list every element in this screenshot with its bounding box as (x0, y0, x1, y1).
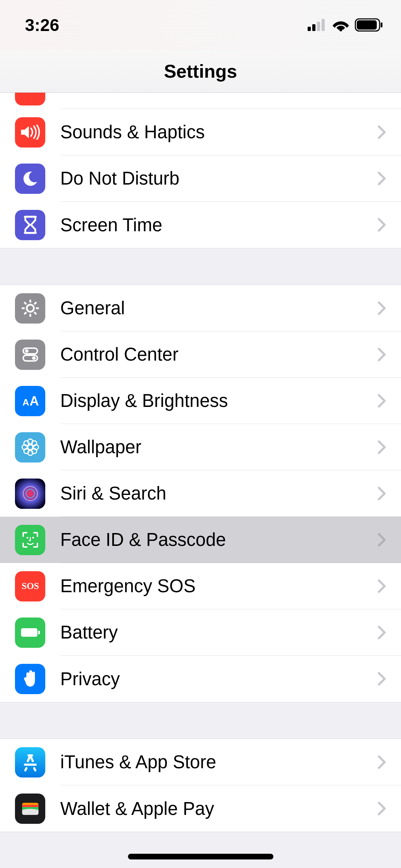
svg-point-20 (25, 349, 29, 353)
status-time: 3:26 (25, 15, 59, 35)
row-label: Siri & Search (60, 483, 377, 504)
row-label: Emergency SOS (60, 575, 377, 596)
wifi-icon (332, 19, 350, 31)
row-sounds-haptics[interactable]: Sounds & Haptics (0, 109, 401, 155)
sos-icon: SOS (15, 571, 45, 601)
wallet-icon (15, 794, 45, 824)
chevron-right-icon (377, 301, 386, 315)
row-battery[interactable]: Battery (0, 609, 401, 656)
row-general[interactable]: General (0, 285, 401, 331)
svg-point-25 (28, 445, 33, 450)
status-bar: 3:26 (0, 0, 401, 50)
svg-text:A: A (22, 397, 29, 408)
row-wallpaper[interactable]: Wallpaper (0, 424, 401, 470)
home-indicator[interactable] (128, 854, 273, 859)
row-label: Sounds & Haptics (60, 122, 377, 143)
appstore-icon (15, 747, 45, 777)
row-label: General (60, 298, 377, 319)
row-label: Wallet & Apple Pay (60, 798, 377, 819)
svg-point-37 (32, 537, 34, 539)
siri-icon (15, 479, 45, 509)
row-label: iTunes & App Store (60, 751, 377, 773)
row-screen-time[interactable]: Screen Time (0, 202, 401, 248)
svg-rect-9 (24, 232, 37, 234)
gear-icon (15, 293, 45, 324)
aa-icon: AA (15, 386, 45, 416)
hourglass-icon (15, 210, 45, 240)
status-icons (308, 18, 383, 32)
svg-rect-3 (322, 19, 325, 31)
svg-text:SOS: SOS (21, 581, 39, 591)
svg-rect-40 (38, 631, 40, 634)
svg-rect-8 (24, 216, 37, 218)
row-itunes-app-store[interactable]: iTunes & App Store (0, 739, 401, 785)
svg-rect-2 (317, 22, 320, 31)
svg-line-15 (24, 302, 26, 304)
section-separator (0, 702, 401, 739)
battery-icon (15, 618, 45, 648)
chevron-right-icon (377, 171, 386, 186)
row-label: Battery (60, 622, 377, 643)
chevron-right-icon (377, 394, 386, 408)
chevron-right-icon (377, 533, 386, 547)
svg-rect-0 (308, 27, 311, 31)
row-label: Screen Time (60, 215, 377, 236)
svg-text:A: A (30, 394, 39, 408)
row-label: Wallpaper (60, 436, 377, 458)
faceid-icon (15, 525, 45, 555)
svg-point-36 (26, 537, 28, 539)
chevron-right-icon (377, 218, 386, 232)
row-privacy[interactable]: Privacy (0, 656, 401, 702)
switches-icon (15, 340, 45, 370)
moon-icon (15, 164, 45, 194)
svg-point-10 (27, 305, 34, 312)
svg-rect-7 (381, 22, 382, 27)
row-do-not-disturb[interactable]: Do Not Disturb (0, 155, 401, 202)
row-label: Display & Brightness (60, 390, 377, 411)
svg-point-34 (23, 486, 37, 501)
row-siri-search[interactable]: Siri & Search (0, 470, 401, 517)
chevron-right-icon (377, 125, 386, 139)
chevron-right-icon (377, 347, 386, 362)
svg-line-16 (34, 312, 36, 314)
partial-row (0, 93, 401, 100)
row-control-center[interactable]: Control Center (0, 331, 401, 378)
row-label: Face ID & Passcode (60, 529, 377, 550)
row-wallet-apple-pay[interactable]: Wallet & Apple Pay (0, 785, 401, 832)
svg-rect-6 (357, 20, 377, 30)
row-face-id-passcode[interactable]: Face ID & Passcode (0, 517, 401, 563)
section-separator (0, 832, 401, 853)
chevron-right-icon (377, 755, 386, 769)
chevron-right-icon (377, 801, 386, 816)
chevron-right-icon (377, 486, 386, 501)
chevron-right-icon (377, 625, 386, 640)
battery-icon (355, 18, 383, 32)
svg-rect-39 (21, 628, 37, 637)
svg-point-22 (32, 356, 36, 360)
row-display-brightness[interactable]: AA Display & Brightness (0, 378, 401, 424)
svg-point-4 (339, 29, 342, 31)
row-label: Do Not Disturb (60, 168, 377, 189)
svg-line-17 (24, 312, 26, 314)
page-title: Settings (164, 61, 237, 82)
chevron-right-icon (377, 579, 386, 593)
flower-icon (15, 432, 45, 463)
row-emergency-sos[interactable]: SOS Emergency SOS (0, 563, 401, 609)
chevron-right-icon (377, 440, 386, 454)
chevron-right-icon (377, 672, 386, 686)
svg-line-18 (34, 302, 36, 304)
header: Settings (0, 50, 401, 93)
section-separator (0, 248, 401, 285)
svg-rect-1 (312, 24, 315, 31)
svg-point-35 (26, 489, 35, 498)
settings-list: Sounds & Haptics Do Not Disturb Screen T… (0, 93, 401, 853)
sounds-icon (15, 117, 45, 148)
partial-row-divider (60, 100, 401, 109)
row-label: Privacy (60, 668, 377, 689)
cellular-icon (308, 19, 327, 31)
row-label: Control Center (60, 344, 377, 365)
hand-icon (15, 664, 45, 694)
